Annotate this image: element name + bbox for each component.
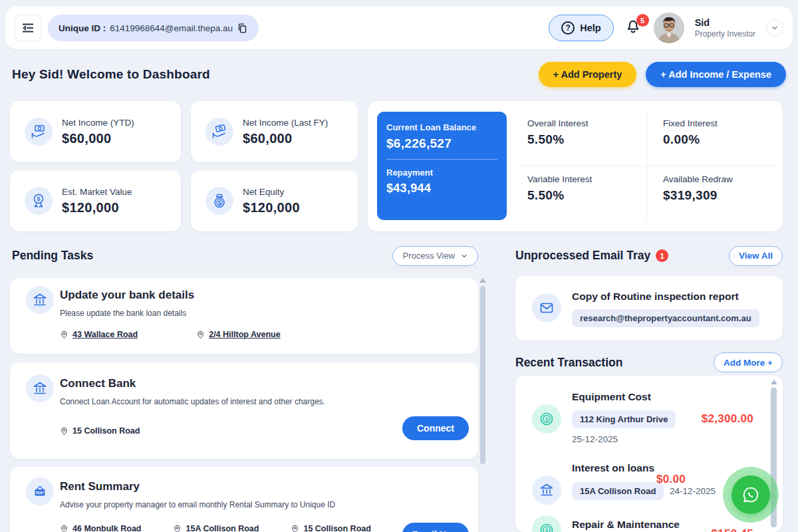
location-link[interactable]: 15A Collison Road [173,524,259,532]
question-mark-icon: ? [561,21,575,35]
coin-icon: $ [532,404,561,434]
whatsapp-icon [741,485,761,505]
bank-icon [26,374,54,402]
welcome-row: Hey Sid! Welcome to Dashboard + Add Prop… [12,61,786,88]
connect-button[interactable]: Connect [402,416,469,440]
interest-label: Overall Interest [527,118,646,128]
svg-text:$: $ [37,196,40,202]
help-label: Help [580,23,600,33]
avatar[interactable] [654,13,684,43]
interest-cell-overall: Overall Interest 5.50% [517,110,646,166]
recent-transaction-title: Recent Transaction [515,356,622,370]
rent-sign-icon: RENT [26,477,54,505]
add-income-expense-button[interactable]: + Add Income / Expense [646,62,786,87]
transaction-date: 25-12-2025 [572,434,618,444]
location-link[interactable]: 15 Collison Road [60,426,140,436]
location-link[interactable]: 43 Wallace Road [60,330,138,339]
interest-cell-variable: Variable Interest 5.50% [517,166,646,222]
transaction-amount: $2,300.00 [702,412,753,426]
task-locations: 46 Monbulk Road 15A Collison Road 15 Col… [60,524,371,532]
stat-card-net-income-ytd: Net Income (YTD) $60,000 [10,101,181,162]
process-view-value: Process View [402,251,455,261]
pin-icon [60,427,68,436]
user-name: Sid [695,17,755,28]
stat-value: $120,000 [62,200,132,215]
task-subtitle: Advise your property manager to email mo… [60,500,335,509]
bank-icon [26,286,54,314]
notifications-button[interactable]: 5 [624,19,643,37]
stat-value: $60,000 [62,131,134,146]
notification-count-badge: 5 [636,14,649,27]
email-tray-header: Unprocessed Email Tray 1 View All [515,245,783,267]
view-all-button[interactable]: View All [729,246,783,266]
location-link[interactable]: 2/4 Hilltop Avenue [196,330,280,339]
coin-icon: $ [532,515,561,532]
help-button[interactable]: ? Help [549,15,613,41]
topbar: Unique ID : 61419968644@email.thepa.au ?… [5,7,793,49]
task-card-rent-summary: RENT Rent Summary Advise your property m… [10,467,478,532]
pending-tasks-header: Pending Tasks Process View [12,245,478,267]
stat-text: Net Equity $120,000 [243,187,300,215]
task-title: Rent Summary [60,480,140,493]
transaction-name: Repair & Maintenance [572,519,680,531]
pin-icon [291,525,299,532]
copy-icon[interactable] [237,23,248,34]
email-tray-title: Unprocessed Email Tray [515,249,650,263]
repayment-label: Repayment [386,168,497,178]
scrollbar-thumb[interactable] [480,286,485,464]
task-subtitle: Please update the bank loan details [60,309,186,318]
bank-icon [532,475,561,505]
add-property-button[interactable]: + Add Property [539,62,637,87]
pin-icon [60,331,68,339]
stat-text: Est. Market Value $120,000 [62,187,132,215]
email-now-button[interactable]: Email Now [402,523,469,532]
hand-note-icon [205,118,233,146]
location-link[interactable]: 15 Collison Road [291,524,370,532]
svg-text:$: $ [545,416,549,422]
current-loan-card: Current Loan Balance $6,226,527 Repaymen… [377,112,507,220]
stat-label: Net Income (Last FY) [243,118,328,128]
stat-value: $60,000 [243,131,328,146]
scroll-up-arrow[interactable] [479,278,486,283]
add-more-button[interactable]: Add More + [714,352,783,372]
pin-icon [196,331,205,339]
money-bag-icon: $ [205,187,233,215]
location-link[interactable]: 46 Monbulk Road [60,524,141,532]
topbar-right-group: ? Help 5 Sid Proper [549,13,783,43]
task-locations: 15 Collison Road [60,426,140,436]
transaction-date: 24-12-2025 [670,486,716,496]
transaction-amount: $150.45 [711,527,753,532]
unique-id-value: 61419968644@email.thepa.au [110,23,233,33]
task-locations: 43 Wallace Road 2/4 Hilltop Avenue [60,330,281,339]
email-tray-count-badge: 1 [656,249,668,262]
interest-grid: Overall Interest 5.50% Fixed Interest 0.… [517,110,776,222]
transaction-name: Equipment Cost [572,391,651,403]
task-title: Connect Bank [60,377,136,390]
transaction-name: Interest on loans [572,462,654,474]
loan-summary-card: Current Loan Balance $6,226,527 Repaymen… [368,101,783,231]
svg-text:$: $ [545,527,549,532]
badge-money-icon: $ [25,187,53,215]
interest-value: 5.50% [527,188,646,203]
stat-card-net-equity: $ Net Equity $120,000 [191,170,358,231]
envelope-icon [532,293,561,323]
header-buttons: + Add Property + Add Income / Expense [539,62,786,87]
interest-value: 0.00% [663,132,776,147]
stat-label: Est. Market Value [62,187,132,197]
profile-menu-button[interactable] [766,19,783,37]
avatar-photo [654,13,684,43]
tasks-scrollbar[interactable] [479,278,486,532]
scroll-up-arrow[interactable] [771,380,777,384]
email-subject: Copy of Routine inspection report [572,291,739,303]
whatsapp-button[interactable] [732,475,770,514]
svg-text:$: $ [218,200,221,206]
sidebar-collapse-button[interactable] [15,15,41,41]
process-view-select[interactable]: Process View [392,246,478,266]
hand-money-icon [25,118,53,146]
interest-value: $319,309 [663,188,776,203]
email-tray-item[interactable]: Copy of Routine inspection report resear… [515,276,783,340]
interest-cell-redraw: Available Redraw $319,309 [646,166,776,222]
repayment-value: $43,944 [386,182,497,196]
task-title: Update your bank details [60,289,194,302]
transaction-amount: $0.00 [656,473,686,486]
